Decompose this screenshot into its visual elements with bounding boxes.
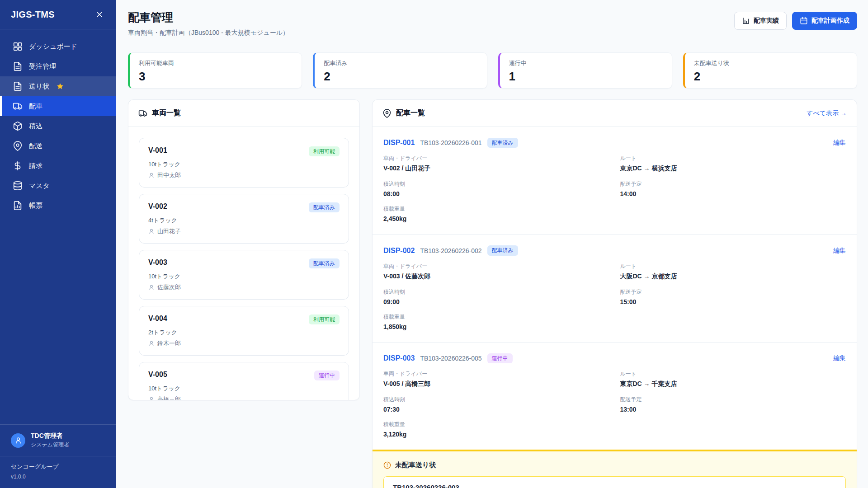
page-title: 配車管理 <box>128 10 289 25</box>
vehicle-card[interactable]: V-005 運行中 10tトラック 高橋三郎 <box>139 362 349 400</box>
dispatch-panel-title: 配車一覧 <box>396 108 425 118</box>
sidebar-item-dispatch[interactable]: 配車 <box>0 96 116 116</box>
dispatch-results-button[interactable]: 配車実績 <box>734 12 787 30</box>
create-dispatch-plan-button[interactable]: 配車計画作成 <box>792 12 857 30</box>
stat-value: 1 <box>509 70 663 84</box>
map-pin-icon <box>382 109 392 118</box>
status-badge: 運行中 <box>487 353 513 363</box>
app-title: JIGS-TMS <box>11 9 55 20</box>
avatar <box>11 433 25 448</box>
truck-icon <box>13 101 23 111</box>
sidebar-item-reports[interactable]: 帳票 <box>0 196 116 216</box>
sidebar-item-label: 請求 <box>29 162 42 170</box>
vehicle-id: V-004 <box>148 314 167 323</box>
package-icon <box>13 121 23 131</box>
dispatch-row: DISP-002 TB103-20260226-002 配車済み 編集 車両・ド… <box>373 235 857 342</box>
field-route: ルート 東京DC → 千葉支店 <box>620 370 846 388</box>
user-icon <box>148 172 155 178</box>
status-badge: 利用可能 <box>309 146 340 156</box>
stat-assigned: 配車済み 2 <box>313 52 487 89</box>
file-text-icon <box>13 61 23 71</box>
user-icon <box>148 396 155 400</box>
vehicle-type: 10tトラック <box>148 272 340 281</box>
vehicle-type: 10tトラック <box>148 160 340 169</box>
vehicle-type: 10tトラック <box>148 385 340 393</box>
sidebar-item-master[interactable]: マスタ <box>0 176 116 196</box>
sidebar-item-delivery[interactable]: 配送 <box>0 136 116 156</box>
vehicle-panel-title: 車両一覧 <box>152 108 181 118</box>
view-all-link[interactable]: すべて表示 → <box>807 109 847 117</box>
stat-unassigned-invoices: 未配車送り状 2 <box>683 52 857 89</box>
sidebar-item-label: ダッシュボード <box>29 42 77 51</box>
sidebar-item-label: 受注管理 <box>29 62 56 71</box>
main-content: 配車管理 車両割当・配車計画（JBus0100 - 最大規模モジュール） 配車実… <box>116 0 868 488</box>
button-label: 配車実績 <box>754 17 779 25</box>
status-badge: 配車済み <box>487 245 518 255</box>
sidebar-item-label: 帳票 <box>29 202 42 210</box>
stat-in-transit: 運行中 1 <box>498 52 672 89</box>
user-icon <box>148 340 155 347</box>
sidebar-item-invoices[interactable]: 送り状 <box>0 76 116 96</box>
unassigned-title: 未配車送り状 <box>395 461 436 469</box>
file-text-icon <box>13 81 23 91</box>
field-load-time: 積込時刻 09:00 <box>383 288 609 305</box>
edit-link[interactable]: 編集 <box>833 247 846 255</box>
field-load-time: 積込時刻 07:30 <box>383 396 609 413</box>
field-vehicle-driver: 車両・ドライバー V-002 / 山田花子 <box>383 155 609 173</box>
vehicle-id: V-003 <box>148 258 167 267</box>
sidebar-item-dashboard[interactable]: ダッシュボード <box>0 37 116 56</box>
vehicle-list: V-001 利用可能 10tトラック 田中太郎 V-002 配車済み 4tトラッ… <box>128 127 359 400</box>
field-delivery-eta: 配送予定 14:00 <box>620 180 846 197</box>
dispatch-id-link[interactable]: DISP-002 <box>383 247 415 255</box>
dispatch-ref: TB103-20260226-001 <box>420 139 481 146</box>
vehicle-card[interactable]: V-001 利用可能 10tトラック 田中太郎 <box>139 138 349 188</box>
stat-label: 運行中 <box>509 59 663 67</box>
user-name: TDC管理者 <box>31 432 69 440</box>
dashboard-icon <box>13 42 23 52</box>
database-icon <box>13 181 23 191</box>
status-badge: 配車済み <box>309 258 340 268</box>
sidebar-close-button[interactable] <box>93 8 106 21</box>
stat-label: 配車済み <box>324 59 477 67</box>
sidebar-item-billing[interactable]: 請求 <box>0 156 116 176</box>
user-info[interactable]: TDC管理者 システム管理者 <box>0 424 116 456</box>
vehicle-card[interactable]: V-002 配車済み 4tトラック 山田花子 <box>139 194 349 244</box>
stat-available-vehicles: 利用可能車両 3 <box>128 52 302 89</box>
star-icon <box>57 83 64 90</box>
sidebar-item-label: 配車 <box>29 102 42 111</box>
sidebar-item-label: 送り状 <box>29 82 49 91</box>
sidebar-footer: センコーグループ v1.0.0 <box>0 456 116 488</box>
dispatch-id-link[interactable]: DISP-001 <box>383 139 415 147</box>
edit-link[interactable]: 編集 <box>833 354 846 362</box>
driver-name: 山田花子 <box>157 227 181 235</box>
field-vehicle-driver: 車両・ドライバー V-005 / 高橋三郎 <box>383 370 609 388</box>
sidebar-item-loading[interactable]: 積込 <box>0 116 116 136</box>
field-load-time: 積込時刻 08:00 <box>383 180 609 197</box>
file-chart-icon <box>13 201 23 211</box>
map-pin-icon <box>13 141 23 151</box>
dispatch-row: DISP-003 TB103-20260226-005 運行中 編集 車両・ドラ… <box>373 343 857 450</box>
user-icon <box>14 436 22 444</box>
field-delivery-eta: 配送予定 15:00 <box>620 288 846 305</box>
dispatch-id-link[interactable]: DISP-003 <box>383 354 415 362</box>
status-badge: 利用可能 <box>309 314 340 324</box>
stats-row: 利用可能車両 3 配車済み 2 運行中 1 未配車送り状 2 <box>128 52 857 89</box>
status-badge: 運行中 <box>314 371 340 380</box>
invoice-ref: TB103-20260226-003 <box>393 483 459 488</box>
stat-value: 2 <box>694 70 848 84</box>
vehicle-card[interactable]: V-003 配車済み 10tトラック 佐藤次郎 <box>139 250 349 300</box>
vehicle-type: 2tトラック <box>148 328 340 337</box>
sidebar-item-label: マスタ <box>29 182 50 190</box>
status-badge: 配車済み <box>487 138 518 148</box>
user-role: システム管理者 <box>31 441 69 449</box>
sidebar-nav: ダッシュボード 受注管理 送り状 配車 積 <box>0 29 116 216</box>
vehicle-card[interactable]: V-004 利用可能 2tトラック 鈴木一郎 <box>139 306 349 356</box>
vehicle-id: V-001 <box>148 146 167 155</box>
page-subtitle: 車両割当・配車計画（JBus0100 - 最大規模モジュール） <box>128 29 289 37</box>
field-weight: 積載重量 1,850kg <box>383 313 609 330</box>
edit-link[interactable]: 編集 <box>833 139 846 147</box>
driver-name: 鈴木一郎 <box>157 339 181 347</box>
status-badge: 配車済み <box>309 202 340 212</box>
sidebar-item-orders[interactable]: 受注管理 <box>0 56 116 76</box>
field-weight: 積載重量 3,120kg <box>383 421 609 438</box>
